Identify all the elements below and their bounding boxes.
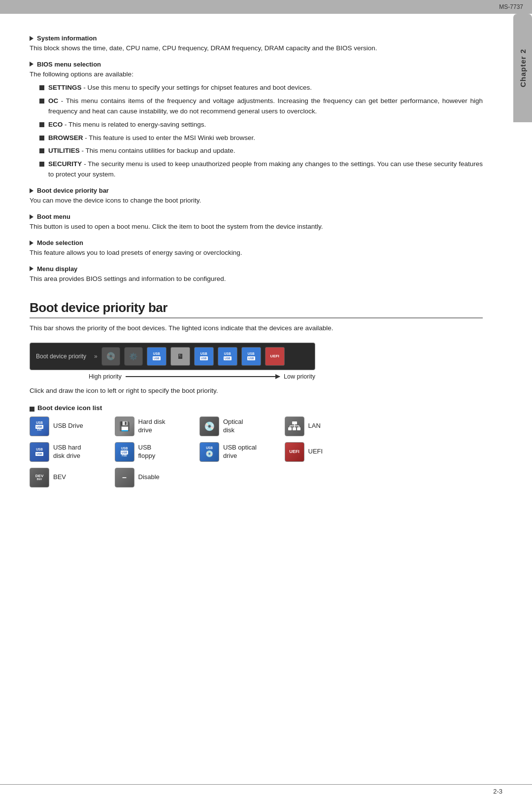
priority-low-label: Low priority <box>284 373 315 380</box>
icon-list-section: Boot device icon list USB USB FAT USB Dr… <box>30 404 483 487</box>
lan-icon <box>288 421 301 431</box>
triangle-icon <box>30 36 33 41</box>
boot-priority-heading: Boot device priority bar <box>30 187 483 194</box>
mode-selection-body: This feature allows you to load presets … <box>30 248 483 258</box>
icon-item-bev: DEV BEV BEV <box>30 468 110 487</box>
system-info-heading: System information <box>30 35 483 42</box>
icon-list-heading: Boot device icon list <box>30 404 483 412</box>
bullet-icon <box>39 148 44 153</box>
boot-menu-body: This button is used to open a boot menu.… <box>30 222 483 232</box>
boot-priority-body: You can move the device icons to change … <box>30 196 483 206</box>
bullet-icon <box>39 122 44 127</box>
list-item: UTILITIES - This menu contains utilities… <box>39 146 483 156</box>
triangle-icon-3 <box>30 188 33 193</box>
list-item: BROWSER - This feature is used to enter … <box>39 133 483 143</box>
boot-icon-usb2: USB USB <box>194 347 214 366</box>
list-item: SECURITY - The security menu is used to … <box>39 159 483 180</box>
big-section-intro: This bar shows the priority of the boot … <box>30 323 483 334</box>
usb-floppy-label: USBfloppy <box>138 444 156 460</box>
uefi-label: UEFI <box>308 448 323 456</box>
mode-selection-heading: Mode selection <box>30 239 483 246</box>
triangle-icon-2 <box>30 62 33 67</box>
bev-label: BEV <box>53 473 66 482</box>
bullet-icon <box>30 407 34 412</box>
bullet-icon <box>39 162 44 167</box>
click-note: Click and draw the icon to left or right… <box>30 386 483 396</box>
big-section: Boot device priority bar <box>30 300 483 318</box>
boot-bar-box: Boot device priority » 💿 ⚙️ USB USB 🖥 US… <box>30 343 315 370</box>
page-number: 2-3 <box>493 788 502 795</box>
main-content: System information This block shows the … <box>0 14 512 507</box>
svg-rect-2 <box>293 427 296 430</box>
bullet-icon <box>39 85 44 90</box>
lan-thumb <box>285 416 304 436</box>
bullet-icon <box>39 99 44 104</box>
svg-rect-0 <box>292 421 297 424</box>
arrows-icon: » <box>94 353 98 360</box>
menu-display-body: This area provides BIOS settings and inf… <box>30 274 483 284</box>
bev-thumb: DEV BEV <box>30 468 49 487</box>
priority-arrow-line <box>126 376 280 377</box>
usb-drive-thumb: USB USB FAT <box>30 416 49 436</box>
bios-menu-intro: The following options are available: <box>30 69 483 80</box>
list-item: ECO - This menu is related to energy-sav… <box>39 120 483 130</box>
usb-hdd-label: USB harddisk drive <box>53 444 81 460</box>
list-item: OC - This menu contains items of the fre… <box>39 96 483 117</box>
model-number: MS-7737 <box>499 3 523 10</box>
boot-icon-usb3: USB USB <box>218 347 237 366</box>
icon-item-lan: LAN <box>285 416 365 436</box>
big-section-title: Boot device priority bar <box>30 300 167 315</box>
system-info-body: This block shows the time, date, CPU nam… <box>30 43 483 54</box>
svg-rect-1 <box>288 427 292 430</box>
bios-menu-heading: BIOS menu selection <box>30 61 483 68</box>
icon-grid: USB USB FAT USB Drive 💾 Hard diskdrive 💿… <box>30 416 365 487</box>
usb-hdd-thumb: USB USB <box>30 442 49 462</box>
icon-item-hdd: 💾 Hard diskdrive <box>115 416 195 436</box>
priority-arrow-row: High priority Low priority <box>30 373 315 380</box>
chapter-tab: Chapter 2 <box>513 14 532 122</box>
optical-label: Opticaldisk <box>223 418 243 435</box>
boot-icon-gear-dim: ⚙️ <box>124 347 143 366</box>
menu-display-heading: Menu display <box>30 265 483 273</box>
boot-menu-heading: Boot menu <box>30 213 483 220</box>
icon-item-optical: 💿 Opticaldisk <box>200 416 280 436</box>
icon-item-usb-drive: USB USB FAT USB Drive <box>30 416 110 436</box>
boot-icon-usb1: USB USB <box>147 347 166 366</box>
disable-label: Disable <box>138 473 160 482</box>
triangle-icon-4 <box>30 214 33 219</box>
svg-rect-3 <box>297 427 300 430</box>
usb-drive-label: USB Drive <box>53 422 83 430</box>
priority-high-label: High priority <box>89 373 122 380</box>
usb-optical-label: USB opticaldrive <box>223 444 257 460</box>
footer: 2-3 <box>0 784 532 798</box>
triangle-icon-5 <box>30 241 33 245</box>
bullet-icon <box>39 136 44 140</box>
icon-item-disable: – Disable <box>115 468 195 487</box>
icon-item-usb-optical: USB 💿 USB opticaldrive <box>200 442 280 462</box>
icon-item-usb-hdd: USB USB USB harddisk drive <box>30 442 110 462</box>
boot-icon-optical-dim: 💿 <box>101 347 120 366</box>
lan-label: LAN <box>308 422 321 430</box>
usb-optical-thumb: USB 💿 <box>200 442 219 462</box>
icon-item-usb-floppy: USB USB FDD USBfloppy <box>115 442 195 462</box>
boot-icon-uefi: UEFI <box>265 347 285 366</box>
optical-thumb: 💿 <box>200 416 219 436</box>
hdd-thumb: 💾 <box>115 416 134 436</box>
boot-icon-usb4: USB USB <box>241 347 261 366</box>
icon-item-uefi: UEFI UEFI <box>285 442 365 462</box>
boot-icon-hdd: 🖥 <box>170 347 190 366</box>
boot-bar-label: Boot device priority <box>36 353 86 360</box>
bios-menu-list: SETTINGS - Use this menu to specify your… <box>39 83 483 180</box>
list-item: SETTINGS - Use this menu to specify your… <box>39 83 483 93</box>
boot-bar-container: Boot device priority » 💿 ⚙️ USB USB 🖥 US… <box>30 343 483 380</box>
triangle-icon-6 <box>30 266 33 271</box>
header-bar: MS-7737 <box>0 0 532 14</box>
uefi-thumb: UEFI <box>285 442 304 462</box>
usb-floppy-thumb: USB USB FDD <box>115 442 134 462</box>
hdd-label: Hard diskdrive <box>138 418 166 435</box>
disable-thumb: – <box>115 468 134 487</box>
